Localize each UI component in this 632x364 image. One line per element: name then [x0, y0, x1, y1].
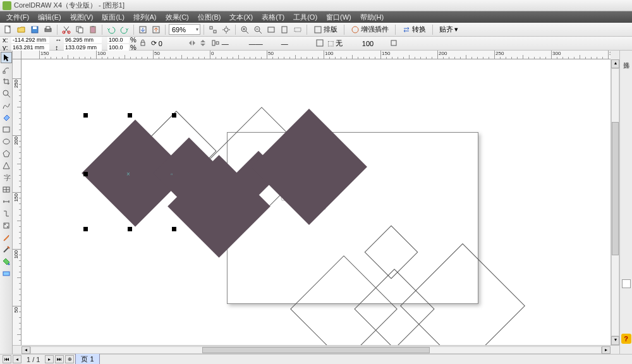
color-swatch-white[interactable] [622, 279, 631, 288]
menu-edit[interactable]: 编辑(E) [34, 12, 65, 23]
snap-button[interactable] [207, 24, 219, 35]
selection-handle-w[interactable] [83, 172, 88, 176]
open-button[interactable] [16, 24, 27, 35]
interactive-fill-tool[interactable] [1, 268, 12, 279]
text-tool[interactable]: 字 [1, 172, 12, 183]
print-button[interactable] [42, 24, 54, 35]
scroll-down-button[interactable]: ▾ [611, 336, 619, 345]
scroll-thumb-h[interactable] [202, 347, 430, 353]
page-tab-1[interactable]: 页 1 [75, 353, 99, 364]
menu-effects[interactable]: 效果(C) [162, 12, 193, 23]
selection-handle-se[interactable] [172, 227, 176, 231]
line-style-combo[interactable]: —— [249, 40, 279, 47]
zoom-out-button[interactable] [252, 24, 264, 35]
shape-tool[interactable] [1, 64, 12, 75]
import-button[interactable] [137, 24, 149, 35]
hint-icon[interactable]: ? [621, 334, 631, 344]
zoom-tool[interactable] [1, 88, 12, 99]
menu-bitmap[interactable]: 位图(B) [194, 12, 225, 23]
selection-handle-ne[interactable] [172, 113, 176, 118]
scroll-right-button[interactable]: ▸ [602, 346, 611, 354]
menu-file[interactable]: 文件(F) [3, 12, 33, 23]
selection-center[interactable]: × [126, 171, 131, 176]
polygon-tool[interactable] [1, 148, 12, 159]
selection-handle-s[interactable] [128, 227, 132, 231]
scroll-left-button[interactable]: ◂ [21, 346, 30, 354]
misc-button[interactable] [389, 39, 398, 49]
menu-view[interactable]: 视图(V) [66, 12, 97, 23]
zoom-combo[interactable]: 69% [169, 24, 200, 35]
menu-table[interactable]: 表格(T) [258, 12, 288, 23]
zoom-sel-button[interactable] [292, 24, 303, 35]
selection-handle-n[interactable] [128, 113, 132, 118]
thickness-combo[interactable]: 100 [362, 40, 387, 47]
typeset-button[interactable]: 排版 [310, 24, 341, 35]
x-input[interactable]: -114.292 mm [11, 37, 49, 43]
outline-tool[interactable] [1, 244, 12, 255]
ruler-origin[interactable] [13, 51, 21, 59]
w-input[interactable]: 96.295 mm [64, 37, 102, 43]
ruler-horizontal[interactable]: 15010050050100150200250300350 [21, 51, 611, 59]
scale-y-input[interactable]: 100.0 [107, 44, 129, 51]
menu-help[interactable]: 帮助(H) [356, 12, 387, 23]
paste-button[interactable] [87, 24, 99, 35]
options-button[interactable] [221, 24, 232, 35]
menu-window[interactable]: 窗口(W) [322, 12, 355, 23]
zoom-page-button[interactable] [279, 24, 290, 35]
outline-width-combo[interactable]: — [222, 40, 247, 47]
ellipse-tool[interactable] [1, 136, 12, 147]
align-button[interactable] [211, 39, 220, 49]
selection-handle-sw[interactable] [83, 227, 88, 231]
page-next-button[interactable]: ▸ [45, 355, 54, 363]
scrollbar-vertical[interactable]: ▴ ▾ [611, 59, 619, 345]
redo-button[interactable] [119, 24, 130, 35]
copy-button[interactable] [74, 24, 85, 35]
y-input[interactable]: 163.281 mm [11, 44, 49, 51]
canvas[interactable]: GX! sys [21, 59, 611, 345]
h-input[interactable]: 133.029 mm [64, 44, 102, 51]
menu-tools[interactable]: 工具(O) [289, 12, 321, 23]
export-button[interactable] [150, 24, 162, 35]
snap-to-button[interactable]: 贴齐 ▾ [436, 24, 461, 35]
page-add-button[interactable]: ⊕ [65, 355, 74, 363]
crop-tool[interactable] [1, 76, 12, 87]
scale-x-input[interactable]: 100.0 [107, 37, 129, 43]
page-last-button[interactable]: ⏭ [55, 355, 64, 363]
table-tool[interactable] [1, 184, 12, 195]
menu-layout[interactable]: 版面(L) [98, 12, 128, 23]
enhance-plugin-button[interactable]: 增强插件 [348, 24, 392, 35]
fill-tool[interactable] [1, 256, 12, 267]
dimension-tool[interactable] [1, 196, 12, 207]
menu-text[interactable]: 文本(X) [226, 12, 257, 23]
eyedropper-tool[interactable] [1, 232, 12, 243]
smart-fill-tool[interactable] [1, 112, 12, 123]
zoom-in-button[interactable] [239, 24, 250, 35]
lock-ratio-button[interactable] [138, 39, 147, 49]
mirror-v-button[interactable] [198, 39, 207, 49]
basic-shapes-tool[interactable] [1, 160, 12, 171]
selection-center[interactable]: ▫ [171, 171, 176, 176]
freehand-tool[interactable] [1, 100, 12, 111]
selection-handle-nw[interactable] [83, 113, 88, 118]
cut-button[interactable] [61, 24, 72, 35]
wrap-text-button[interactable] [315, 39, 324, 49]
page-prev-button[interactable]: ◂ [13, 355, 21, 363]
pick-tool[interactable] [1, 52, 12, 63]
ruler-vertical[interactable]: 25020015010050 [13, 59, 21, 345]
rectangle-tool[interactable] [1, 124, 12, 135]
scroll-thumb-v[interactable] [612, 122, 619, 255]
scroll-up-button[interactable]: ▴ [611, 59, 619, 68]
connector-tool[interactable] [1, 208, 12, 219]
arrow-start-combo[interactable]: — [281, 40, 312, 47]
mirror-h-button[interactable] [188, 39, 197, 49]
scrollbar-horizontal[interactable]: ◂ ▸ [13, 345, 619, 354]
menu-arrange[interactable]: 排列(A) [130, 12, 161, 23]
convert-button[interactable]: 转换 [399, 24, 429, 35]
zoom-fit-button[interactable] [265, 24, 277, 35]
undo-button[interactable] [106, 24, 117, 35]
page-first-button[interactable]: ⏮ [3, 355, 11, 363]
fill-combo[interactable]: 无 [336, 39, 358, 48]
new-button[interactable] [3, 24, 14, 35]
dock-tab-select[interactable]: 选择 [621, 54, 632, 59]
interactive-tool[interactable] [1, 220, 12, 231]
